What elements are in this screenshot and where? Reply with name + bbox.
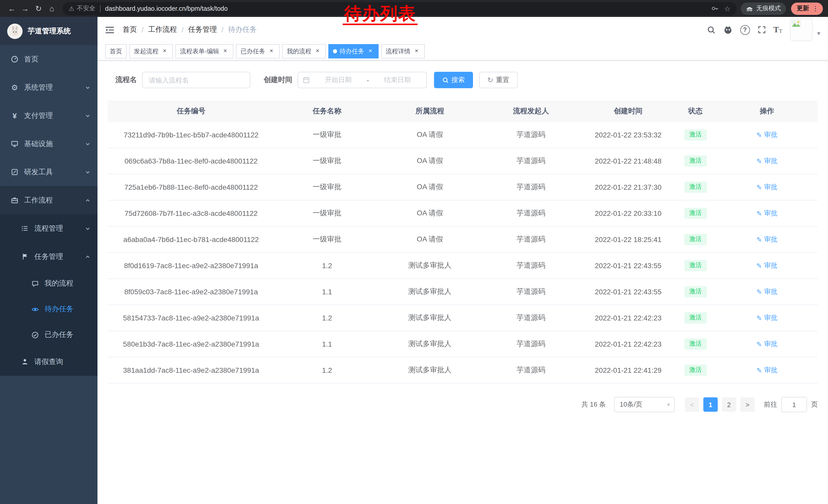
avatar[interactable] [790,18,813,41]
close-icon[interactable]: × [161,48,168,55]
bookmark-star-icon[interactable]: ☆ [724,4,731,12]
cell-task-name: 1.1 [275,279,380,305]
cell-created-time: 2022-01-21 22:42:23 [582,331,675,357]
status-badge: 激活 [684,365,707,375]
reload-icon[interactable]: ↻ [32,2,45,15]
cell-created-time: 2022-01-21 22:42:23 [582,305,675,331]
devtools-icon [10,168,19,176]
sidebar-item-done-task[interactable]: 已办任务 [0,322,97,348]
cell-task-id: 725a1eb6-7b88-11ec-8ef0-acde48001122 [108,174,275,200]
font-size-icon[interactable]: TT [773,26,782,34]
close-icon[interactable]: × [314,48,321,55]
close-icon[interactable]: × [222,48,229,55]
breadcrumb-separator: / [181,26,184,34]
reset-button[interactable]: ↻ 重置 [479,72,518,88]
date-range-picker[interactable]: 开始日期 - 结束日期 [297,72,427,88]
sidebar-item-leave-query[interactable]: 请假查询 [0,348,97,376]
cell-initiator: 芋道源码 [480,279,582,305]
page-size-select[interactable]: 10条/页 ▾ [614,397,675,412]
cell-status: 激活 [675,174,716,200]
tab-start-process[interactable]: 发起流程 × [129,44,173,58]
status-badge: 激活 [684,129,707,140]
fullscreen-icon[interactable] [757,26,766,34]
leave-user-icon [20,358,29,366]
prev-page-button[interactable]: < [685,397,699,412]
approve-link[interactable]: ✎审批 [756,287,778,296]
chevron-up-icon [85,254,90,259]
close-icon[interactable]: × [268,48,275,55]
table-row: 725a1eb6-7b88-11ec-8ef0-acde48001122一级审批… [108,174,818,200]
tab-form-edit[interactable]: 流程表单-编辑 × [175,44,234,58]
sidebar-item-devtools[interactable]: 研发工具 [0,158,97,186]
url-text: dashboard.yudao.iocoder.cn/bpm/task/todo [105,5,228,12]
app-logo-bar[interactable]: 芋道管理系统 [0,17,97,45]
close-icon[interactable]: × [413,48,420,55]
edit-icon: ✎ [756,131,762,139]
tab-process-detail[interactable]: 流程详情 × [381,44,425,58]
breadcrumb-workflow[interactable]: 工作流程 [148,25,177,34]
tab-my-process[interactable]: 我的流程 × [282,44,326,58]
help-icon[interactable]: ? [740,25,750,35]
chevron-down-icon[interactable]: ▾ [817,30,820,37]
task-manage-icon [20,253,29,261]
cell-process: 测试多审批人 [380,305,480,331]
sidebar-item-system[interactable]: ⚙ 系统管理 [0,73,97,101]
tab-home[interactable]: 首页 [105,44,127,58]
start-date-placeholder: 开始日期 [314,75,363,85]
approve-link[interactable]: ✎审批 [756,339,778,349]
approve-link[interactable]: ✎审批 [756,156,778,166]
column-header-action: 操作 [716,100,818,122]
breadcrumb-separator: / [141,26,143,34]
approve-link[interactable]: ✎审批 [756,209,778,218]
home-icon[interactable]: ⌂ [45,2,58,15]
table-row: 75d72608-7b7f-11ec-a3c8-acde48001122一级审批… [108,200,818,226]
sidebar-item-task-manage[interactable]: 任务管理 [0,242,97,271]
breadcrumb-home[interactable]: 首页 [123,25,137,34]
search-button[interactable]: 搜索 [434,72,473,88]
sidebar-item-todo-task[interactable]: 待办任务 [0,296,97,322]
page-number-1[interactable]: 1 [703,397,718,412]
active-dot-icon [333,49,337,53]
next-page-button[interactable]: > [740,397,755,412]
close-icon[interactable]: × [367,48,374,55]
back-icon[interactable]: ← [5,2,18,15]
tab-done-task[interactable]: 已办任务 × [236,44,280,58]
sidebar-item-process-manage[interactable]: 流程管理 [0,214,97,242]
cell-status: 激活 [675,200,716,226]
todo-eye-icon [31,305,40,313]
sidebar-item-payment[interactable]: ¥ 支付管理 [0,101,97,130]
cell-task-id: 8f059c03-7ac8-11ec-a9e2-a2380e71991a [108,279,275,305]
page-number-2[interactable]: 2 [722,397,736,412]
cell-process: OA 请假 [380,226,480,253]
forward-icon[interactable]: → [18,2,32,15]
sidebar-item-workflow[interactable]: 工作流程 [0,186,97,214]
page-content: 流程名 创建时间 开始日期 - 结束日期 搜索 [97,60,828,504]
approve-link[interactable]: ✎审批 [756,183,778,192]
goto-page-input[interactable] [781,397,807,412]
cell-initiator: 芋道源码 [480,174,582,200]
cell-process: OA 请假 [380,122,480,148]
cell-action: ✎审批 [716,305,818,331]
sidebar-item-infrastructure[interactable]: 基础设施 [0,130,97,158]
cell-created-time: 2022-01-22 23:53:32 [582,122,675,148]
tab-todo-task[interactable]: 待办任务 × [328,44,379,58]
approve-link[interactable]: ✎审批 [756,366,778,375]
sidebar-item-home[interactable]: 首页 [0,45,97,73]
github-icon[interactable] [723,25,732,34]
infrastructure-icon [10,140,19,148]
approve-link[interactable]: ✎审批 [756,313,778,322]
column-header-process: 所属流程 [380,100,480,122]
search-icon[interactable] [707,26,715,34]
sidebar-toggle-icon[interactable] [105,26,114,34]
breadcrumb-task-manage[interactable]: 任务管理 [188,25,217,34]
menu-dots-icon[interactable]: ⋮ [811,5,820,12]
chevron-up-icon [85,198,90,203]
cell-action: ✎审批 [716,174,818,200]
approve-link[interactable]: ✎审批 [756,235,778,244]
update-button[interactable]: 更新 ⋮ [791,2,823,15]
approve-link[interactable]: ✎审批 [756,261,778,270]
key-icon[interactable] [711,5,719,12]
approve-link[interactable]: ✎审批 [756,130,778,139]
process-name-input[interactable] [142,72,250,88]
sidebar-item-my-process[interactable]: 我的流程 [0,271,97,296]
